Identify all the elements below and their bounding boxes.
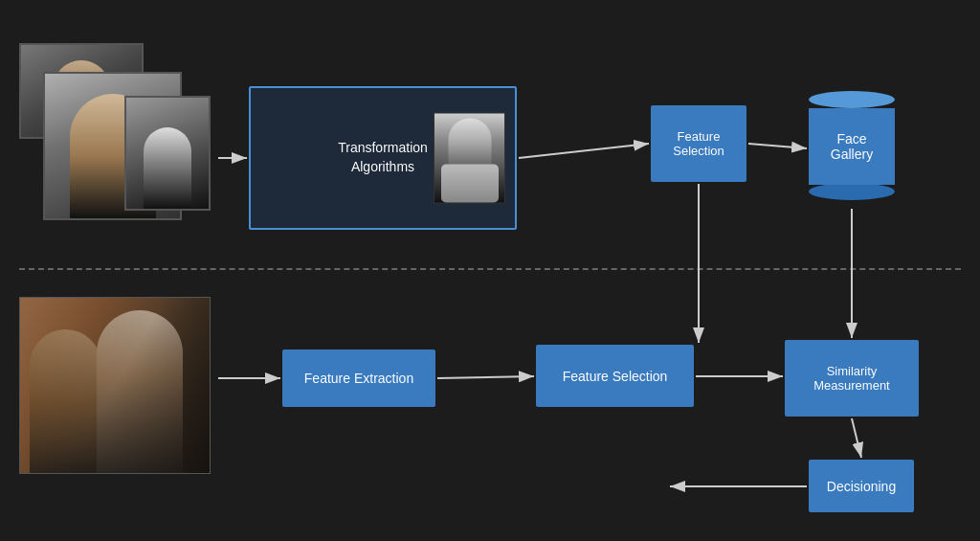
arrow-similarity-to-decision: [852, 418, 861, 458]
couple-photo: [20, 298, 210, 473]
diagram: TransformationAlgorithms FeatureSelectio…: [0, 0, 980, 541]
transformation-algorithms-box: TransformationAlgorithms: [249, 86, 517, 230]
bw-face: [434, 114, 504, 203]
feature-selection-bottom-label: Feature Selection: [563, 369, 668, 384]
cylinder-body: FaceGallery: [809, 108, 895, 185]
photo-bw-top: [124, 96, 211, 211]
input-photos-bottom: [19, 297, 211, 474]
feature-extraction-box: Feature Extraction: [282, 349, 435, 407]
arrow-transform-to-featsel-top: [519, 144, 649, 158]
arrow-featext-to-featsel-bottom: [437, 376, 534, 378]
feature-selection-top-label: FeatureSelection: [673, 129, 724, 158]
similarity-measurement-label: SimilarityMeasurement: [813, 364, 889, 393]
bw-portrait-in-box: [434, 113, 505, 204]
divider: [19, 268, 961, 270]
cylinder-bottom: [809, 183, 895, 200]
face-gallery-cylinder: FaceGallery: [809, 91, 895, 200]
similarity-measurement-box: SimilarityMeasurement: [785, 340, 919, 417]
feature-extraction-label: Feature Extraction: [304, 371, 413, 386]
feature-selection-bottom-box: Feature Selection: [536, 345, 694, 407]
input-photos-top: [19, 43, 211, 225]
decisioning-box: Decisioning: [809, 460, 914, 512]
feature-selection-top-box: FeatureSelection: [651, 105, 746, 182]
arrow-featsel-to-gallery: [748, 144, 807, 148]
cylinder-top: [809, 91, 895, 108]
face-gallery-label: FaceGallery: [831, 131, 873, 162]
decisioning-label: Decisioning: [827, 479, 896, 494]
